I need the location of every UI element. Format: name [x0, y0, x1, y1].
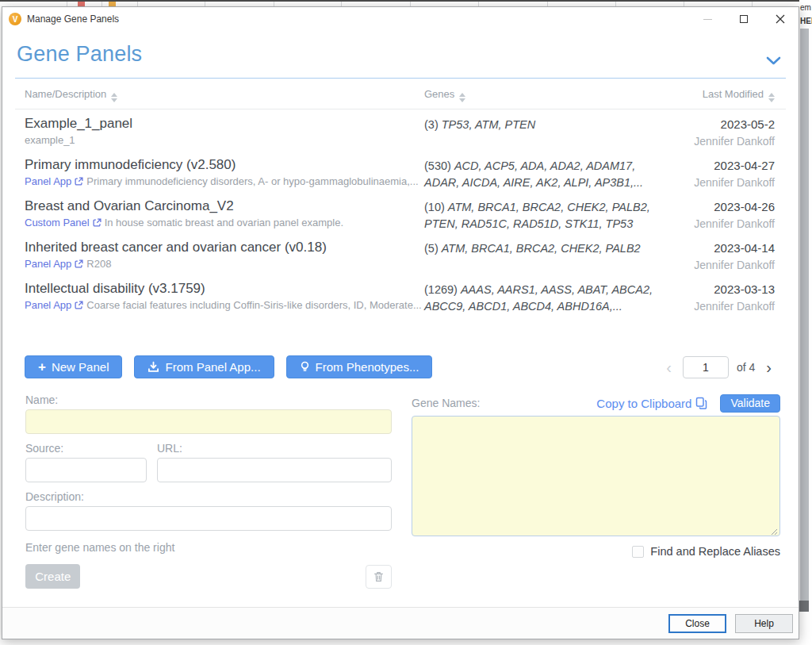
panel-name: Breast and Ovarian Carcinoma_V2: [25, 198, 424, 215]
from-panel-app-button[interactable]: From Panel App...: [134, 355, 274, 378]
panel-name: Example_1_panel: [25, 115, 424, 132]
create-button[interactable]: Create: [25, 564, 80, 589]
close-window-button[interactable]: [762, 7, 799, 31]
source-link[interactable]: Panel App: [25, 258, 71, 270]
page-number-input[interactable]: [683, 356, 729, 378]
gene-names-textarea[interactable]: [412, 416, 780, 536]
description-field[interactable]: [25, 506, 392, 531]
copy-icon: [695, 397, 707, 409]
manage-gene-panels-dialog: V Manage Gene Panels Gene Panels Name/De…: [2, 6, 799, 639]
table-row[interactable]: Example_1_panel example_1 (3) TP53, ATM,…: [15, 109, 786, 151]
source-link[interactable]: Custom Panel: [25, 217, 90, 228]
table-row[interactable]: Primary immunodeficiency (v2.580) Panel …: [15, 151, 786, 192]
next-page-button[interactable]: ›: [763, 359, 775, 375]
trash-icon: [373, 571, 384, 582]
external-link-icon[interactable]: [75, 257, 83, 272]
external-link-icon[interactable]: [93, 216, 102, 231]
page-count-label: of 4: [737, 361, 755, 374]
page-title: Gene Panels: [17, 42, 784, 67]
modified-date: 2023-04-14: [662, 239, 775, 257]
new-panel-button[interactable]: + New Panel: [25, 355, 122, 378]
modified-author: Jennifer Dankoff: [662, 133, 775, 149]
background-scrollbar[interactable]: [800, 29, 809, 601]
source-link[interactable]: Panel App: [25, 299, 71, 311]
table-row[interactable]: Breast and Ovarian Carcinoma_V2 Custom P…: [15, 192, 786, 233]
gene-count: (530): [424, 159, 451, 172]
table-header: Name/Description Genes Last Modified: [15, 82, 786, 109]
panel-description: Primary immunodeficiency disorders, A- o…: [86, 175, 418, 187]
window-title: Manage Gene Panels: [27, 13, 689, 25]
delete-panel-button[interactable]: [366, 565, 392, 589]
from-phenotypes-button[interactable]: From Phenotypes...: [286, 355, 433, 378]
external-link-icon[interactable]: [75, 175, 83, 190]
sort-icon[interactable]: [111, 93, 117, 102]
sort-icon[interactable]: [459, 93, 465, 102]
modified-author: Jennifer Dankoff: [662, 298, 775, 314]
maximize-icon: [740, 15, 748, 23]
modified-date: 2023-05-2: [662, 115, 775, 133]
background-scrollbar-end[interactable]: [799, 601, 809, 612]
source-field[interactable]: [25, 458, 147, 482]
background-text-fragment: em: [800, 3, 811, 12]
previous-page-button[interactable]: ‹: [663, 359, 675, 375]
panel-name: Primary immunodeficiency (v2.580): [25, 156, 424, 174]
source-label: Source:: [25, 442, 147, 455]
name-field[interactable]: [25, 409, 392, 434]
chevron-down-icon: [766, 56, 781, 65]
lightbulb-icon: [300, 361, 310, 373]
download-icon: [147, 361, 159, 373]
modified-author: Jennifer Dankoff: [662, 175, 775, 190]
gene-count: (10): [424, 201, 445, 213]
title-bar[interactable]: V Manage Gene Panels: [2, 7, 799, 31]
name-label: Name:: [25, 394, 392, 406]
column-header-genes[interactable]: Genes: [424, 88, 662, 102]
maximize-button[interactable]: [726, 7, 762, 31]
gene-count: (5): [424, 242, 439, 255]
modified-date: 2023-03-13: [662, 280, 775, 298]
gene-list: ATM, BRCA1, BRCA2, CHEK2, PALB2: [442, 242, 641, 255]
gene-count: (1269): [424, 283, 458, 296]
form-hint: Enter gene names on the right: [25, 541, 392, 554]
description-label: Description:: [25, 490, 392, 503]
find-replace-aliases-checkbox[interactable]: [632, 546, 644, 558]
dialog-footer: Close Help: [2, 607, 799, 639]
panel-description: Coarse facial features including Coffin-…: [86, 299, 421, 311]
panel-description: R208: [86, 258, 111, 270]
gene-list: ACD, ACP5, ADA, ADA2, ADAM17, ADAR, AICD…: [424, 159, 643, 189]
gene-list: AAAS, AARS1, AASS, ABAT, ABCA2, ABCC9, A…: [424, 283, 653, 313]
find-replace-aliases-label: Find and Replace Aliases: [650, 545, 780, 558]
validate-button[interactable]: Validate: [720, 394, 780, 413]
table-row[interactable]: Inherited breast cancer and ovarian canc…: [15, 233, 786, 275]
source-link[interactable]: Panel App: [25, 175, 71, 187]
collapse-section-button[interactable]: [766, 54, 781, 68]
gene-list: TP53, ATM, PTEN: [442, 118, 535, 131]
modified-date: 2023-04-27: [662, 156, 775, 175]
panel-name: Inherited breast cancer and ovarian canc…: [25, 239, 424, 256]
gene-list: ATM, BRCA1, BRCA2, CHEK2, PALB2, PTEN, R…: [424, 201, 650, 230]
modified-date: 2023-04-26: [662, 198, 775, 216]
help-button[interactable]: Help: [735, 614, 793, 633]
close-button[interactable]: Close: [668, 614, 726, 633]
column-header-name[interactable]: Name/Description: [15, 88, 424, 102]
column-header-modified[interactable]: Last Modified: [662, 88, 786, 102]
app-logo-icon: V: [9, 13, 21, 25]
panel-description: example_1: [25, 134, 75, 146]
sort-icon[interactable]: [768, 93, 775, 102]
modified-author: Jennifer Dankoff: [662, 216, 775, 232]
url-field[interactable]: [157, 458, 392, 482]
close-icon: [776, 14, 785, 24]
panel-name: Intellectual disability (v3.1759): [25, 280, 424, 298]
modified-author: Jennifer Dankoff: [662, 257, 775, 273]
pagination: ‹ of 4 ›: [663, 356, 786, 378]
external-link-icon[interactable]: [75, 298, 83, 313]
minimize-button[interactable]: [689, 7, 726, 31]
panel-description: In house somatic breast and ovarian pane…: [105, 217, 343, 228]
copy-to-clipboard-link[interactable]: Copy to Clipboard: [596, 397, 707, 410]
plus-icon: +: [38, 359, 46, 375]
background-text-fragment: HEK: [800, 17, 812, 25]
minimize-icon: [703, 19, 712, 20]
gene-count: (3): [424, 118, 439, 131]
gene-names-label: Gene Names:: [412, 397, 596, 409]
table-row[interactable]: Intellectual disability (v3.1759) Panel …: [15, 275, 786, 316]
url-label: URL:: [157, 442, 392, 455]
